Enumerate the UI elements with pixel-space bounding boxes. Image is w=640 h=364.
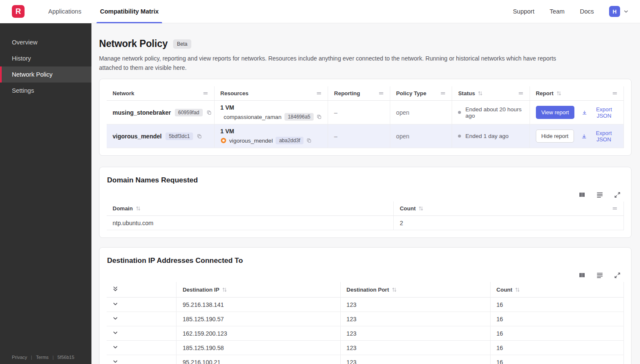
column-grip-icon[interactable] — [612, 206, 618, 211]
page-title: Network Policy — [99, 38, 168, 50]
copy-icon[interactable] — [317, 114, 322, 119]
network-id-badge: 60959fad — [175, 109, 203, 116]
column-header-destination-ip[interactable]: Destination IP — [177, 282, 340, 298]
destinations-table: Destination IP Destination Port — [107, 282, 624, 364]
destination-row[interactable]: 162.159.200.123 123 16 — [107, 326, 624, 341]
port-cell: 123 — [340, 341, 490, 355]
row-expand-chevron-icon[interactable] — [113, 345, 118, 350]
policy-type-value: open — [396, 109, 409, 116]
row-expand-chevron-icon[interactable] — [113, 330, 118, 336]
row-expand-chevron-icon[interactable] — [113, 359, 118, 364]
column-header-count[interactable]: Count — [490, 282, 623, 298]
nav-docs[interactable]: Docs — [580, 8, 594, 15]
column-label: Destination IP — [182, 287, 219, 293]
port-cell: 123 — [340, 312, 490, 326]
columns-icon[interactable] — [579, 191, 585, 198]
destinations-card: Destination IP Addresses Connected To — [99, 247, 632, 364]
domains-card-toolbar — [107, 191, 624, 198]
row-expand-chevron-icon[interactable] — [113, 301, 118, 307]
footer-privacy-link[interactable]: Privacy — [12, 355, 27, 360]
destinations-card-toolbar — [107, 272, 624, 279]
expand-all-icon[interactable] — [113, 286, 118, 292]
column-label: Report — [536, 90, 554, 97]
count-cell: 16 — [490, 341, 623, 355]
nav-support[interactable]: Support — [513, 8, 535, 15]
nav-applications[interactable]: Applications — [39, 0, 91, 23]
expand-icon[interactable] — [614, 272, 621, 279]
app-logo[interactable]: R — [12, 5, 25, 18]
count-cell: 16 — [490, 355, 623, 364]
destination-row[interactable]: 185.125.190.58 123 16 — [107, 341, 624, 355]
destination-row[interactable]: 185.125.190.57 123 16 — [107, 312, 624, 326]
sidebar-item-history[interactable]: History — [0, 50, 91, 66]
network-row[interactable]: musing_stonebraker 60959fad 1 VM compass… — [107, 101, 624, 124]
column-grip-icon[interactable] — [203, 91, 208, 96]
topbar: R Applications Compatibility Matrix Supp… — [0, 0, 640, 23]
count-cell: 16 — [490, 312, 623, 326]
copy-icon[interactable] — [207, 110, 212, 115]
columns-icon[interactable] — [579, 272, 585, 279]
column-label: Count — [400, 205, 416, 212]
column-header-report[interactable]: Report — [530, 86, 623, 101]
sort-icon[interactable] — [222, 287, 227, 292]
copy-icon[interactable] — [306, 138, 312, 143]
port-cell: 123 — [340, 298, 490, 312]
rows-icon[interactable] — [596, 191, 603, 198]
column-header-network[interactable]: Network — [107, 86, 214, 101]
network-row[interactable]: vigorous_mendel 5bdf3dc1 1 VM vigorous_m… — [107, 124, 624, 148]
column-header-expand[interactable] — [107, 282, 177, 298]
column-header-destination-port[interactable]: Destination Port — [340, 282, 490, 298]
column-grip-icon[interactable] — [518, 91, 524, 96]
view-report-button[interactable]: View report — [536, 106, 575, 119]
column-grip-icon[interactable] — [316, 91, 322, 96]
resource-id-badge: aba2dd3f — [276, 137, 303, 144]
user-menu[interactable]: H — [609, 6, 629, 17]
copy-icon[interactable] — [197, 134, 202, 139]
page-description: Manage network policy, reporting and vie… — [99, 54, 571, 72]
destination-row[interactable]: 95.216.100.21 123 16 — [107, 355, 624, 364]
nav-team[interactable]: Team — [549, 8, 564, 15]
app-logo-letter: R — [16, 7, 21, 16]
hide-report-button[interactable]: Hide report — [536, 130, 574, 143]
vm-icon — [221, 138, 226, 143]
ip-cell: 185.125.190.58 — [177, 341, 340, 355]
sort-icon[interactable] — [515, 287, 520, 292]
column-grip-icon[interactable] — [612, 91, 618, 96]
footer-terms-link[interactable]: Terms — [36, 355, 49, 360]
column-header-count[interactable]: Count — [394, 201, 624, 216]
sort-icon[interactable] — [557, 91, 561, 96]
vm-icon — [221, 114, 221, 120]
export-json-button[interactable]: Export JSON — [582, 106, 618, 119]
count-cell: 2 — [394, 216, 624, 230]
column-grip-icon[interactable] — [440, 91, 446, 96]
domains-card: Domain Names Requested Domain — [99, 167, 632, 238]
main-content: Network Policy Beta Manage network polic… — [91, 23, 640, 364]
user-menu-chevron-icon[interactable] — [623, 8, 629, 14]
destination-row[interactable]: 95.216.138.141 123 16 — [107, 298, 624, 312]
row-expand-chevron-icon[interactable] — [113, 316, 118, 321]
sidebar-item-network-policy[interactable]: Network Policy — [0, 66, 91, 83]
expand-icon[interactable] — [614, 192, 621, 198]
sidebar: Overview History Network Policy Settings… — [0, 23, 91, 364]
column-header-resources[interactable]: Resources — [214, 86, 328, 101]
sort-icon[interactable] — [419, 206, 423, 211]
sidebar-item-settings[interactable]: Settings — [0, 83, 91, 99]
column-label: Status — [458, 90, 475, 97]
sort-icon[interactable] — [392, 287, 397, 292]
reporting-value: – — [334, 109, 337, 116]
column-header-domain[interactable]: Domain — [107, 201, 394, 216]
rows-icon[interactable] — [596, 272, 603, 279]
domain-row[interactable]: ntp.ubuntu.com 2 — [107, 216, 624, 230]
sidebar-item-overview[interactable]: Overview — [0, 34, 91, 50]
column-header-reporting[interactable]: Reporting — [328, 86, 390, 101]
nav-compatibility-matrix[interactable]: Compatibility Matrix — [91, 0, 168, 23]
column-grip-icon[interactable] — [378, 91, 384, 96]
sort-icon[interactable] — [136, 206, 141, 211]
column-header-policy-type[interactable]: Policy Type — [390, 86, 452, 101]
avatar[interactable]: H — [609, 6, 620, 17]
footer-divider: | — [52, 355, 54, 360]
sort-icon[interactable] — [478, 91, 483, 96]
domains-card-title: Domain Names Requested — [107, 174, 624, 185]
export-json-button[interactable]: Export JSON — [582, 130, 618, 143]
column-header-status[interactable]: Status — [452, 86, 530, 101]
